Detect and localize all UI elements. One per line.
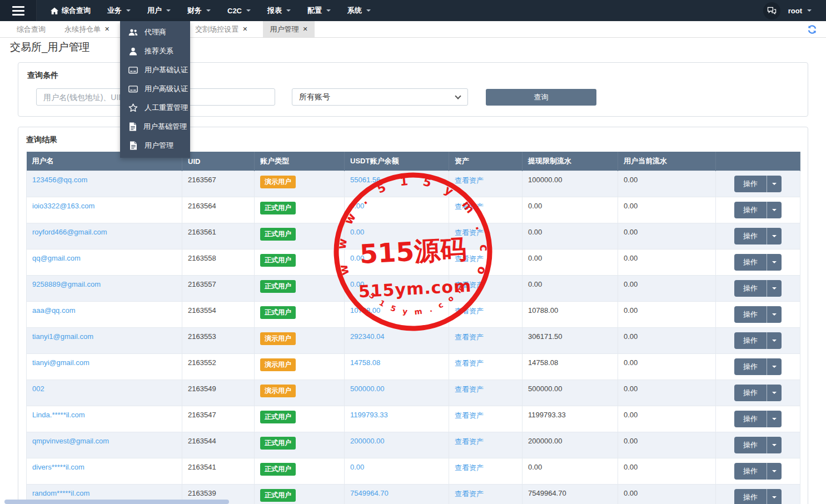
action-button[interactable]: 操作 [734,228,782,244]
cell-current-flow: 0.00 [618,328,716,354]
close-icon[interactable]: ✕ [105,26,110,33]
action-dropdown-toggle[interactable] [767,280,782,297]
view-assets-link[interactable]: 查看资产 [455,437,484,446]
view-assets-link[interactable]: 查看资产 [455,333,484,341]
menu-item-6[interactable]: 用户管理 [120,136,190,155]
username-link[interactable]: qmpvinvest@gmail.com [32,437,109,445]
usdt-balance-link[interactable]: 7549964.70 [350,489,389,497]
username-link[interactable]: aaa@qq.com [32,306,76,315]
caret-down-icon [772,444,777,446]
usdt-balance-link[interactable]: 292340.04 [350,332,384,341]
table-row: royford466@gmail.com2163561正式用户0.00查看资产0… [27,223,800,249]
nav-item-user[interactable]: 用户 [139,0,179,21]
view-assets-link[interactable]: 查看资产 [455,281,484,289]
menu-item-0[interactable]: 代理商 [120,23,190,42]
username-link[interactable]: 9258889@gmail.com [32,280,101,288]
tab-3[interactable]: 用户管理✕ [263,21,314,37]
refresh-icon[interactable] [807,24,817,34]
action-dropdown-toggle[interactable] [767,411,782,427]
close-icon[interactable]: ✕ [242,26,247,33]
view-assets-link[interactable]: 查看资产 [455,307,484,315]
usdt-balance-link[interactable]: 1199793.33 [350,411,388,419]
nav-item-c2c[interactable]: C2C [219,0,259,21]
action-dropdown-toggle[interactable] [767,228,782,244]
action-button[interactable]: 操作 [734,176,782,192]
view-assets-link[interactable]: 查看资产 [455,255,484,263]
view-assets-link[interactable]: 查看资产 [455,463,484,472]
action-dropdown-toggle[interactable] [767,437,782,453]
action-dropdown-toggle[interactable] [767,385,782,401]
nav-item-business[interactable]: 业务 [99,0,139,21]
nav-item-finance[interactable]: 财务 [179,0,219,21]
username-link[interactable]: ioio3322@163.com [32,202,94,210]
username-link[interactable]: qq@gmail.com [32,254,81,262]
horizontal-scrollbar-thumb[interactable] [4,500,229,504]
action-dropdown-toggle[interactable] [767,332,782,349]
action-button[interactable]: 操作 [734,411,782,427]
menu-item-3[interactable]: 用户高级认证 [120,79,190,98]
menu-item-2[interactable]: 用户基础认证 [120,61,190,79]
username-link[interactable]: tianyi1@gmail.com [32,332,93,341]
action-dropdown-toggle[interactable] [767,489,782,504]
action-button[interactable]: 操作 [734,385,782,401]
usdt-balance-link[interactable]: 200000.00 [350,437,384,445]
view-assets-link[interactable]: 查看资产 [455,385,484,393]
action-button[interactable]: 操作 [734,463,782,480]
menu-item-1[interactable]: 推荐关系 [120,42,190,61]
messages-button[interactable] [763,2,780,19]
username-link[interactable]: divers*****il.com [32,463,84,471]
usdt-balance-link[interactable]: 10788.00 [350,306,380,315]
search-button[interactable]: 查询 [486,89,596,106]
usdt-balance-link[interactable]: 0.00 [350,254,364,262]
nav-item-query[interactable]: 综合查询 [42,0,99,21]
menu-item-5[interactable]: 用户基础管理 [120,117,190,136]
tab-2[interactable]: 交割场控设置✕ [188,21,254,37]
action-dropdown-toggle[interactable] [767,176,782,192]
usdt-balance-link[interactable]: 55061.56 [350,176,380,184]
action-button[interactable]: 操作 [734,280,782,297]
nav-item-config[interactable]: 配置 [299,0,339,21]
user-menu-button[interactable]: root [788,7,812,15]
close-icon[interactable]: ✕ [302,26,307,33]
view-assets-link[interactable]: 查看资产 [455,176,484,184]
account-filter-select[interactable]: 所有账号 [292,88,468,106]
action-dropdown-toggle[interactable] [767,254,782,271]
current-flow-value: 0.00 [624,254,638,262]
username-link[interactable]: 123456@qq.com [32,176,87,184]
nav-item-system[interactable]: 系统 [339,0,379,21]
action-button[interactable]: 操作 [734,306,782,323]
action-dropdown-toggle[interactable] [767,358,782,375]
usdt-balance-link[interactable]: 14758.08 [350,358,380,367]
username-link[interactable]: 002 [32,385,44,393]
tab-0[interactable]: 综合查询 [10,21,52,37]
action-button[interactable]: 操作 [734,332,782,349]
action-button[interactable]: 操作 [734,437,782,453]
usdt-balance-link[interactable]: 0.00 [350,463,364,471]
usdt-balance-link[interactable]: 500000.00 [350,385,384,393]
username-link[interactable]: Linda.*****il.com [32,411,85,419]
action-dropdown-toggle[interactable] [767,202,782,218]
view-assets-link[interactable]: 查看资产 [455,490,484,498]
action-button[interactable]: 操作 [734,202,782,218]
usdt-balance-link[interactable]: 0.00 [350,280,364,288]
action-button[interactable]: 操作 [734,489,782,504]
nav-item-report[interactable]: 报表 [259,0,299,21]
sidebar-toggle-button[interactable] [0,0,37,21]
username-link[interactable]: tianyi@gmail.com [32,358,89,367]
menu-item-4[interactable]: 人工重置管理 [120,98,190,117]
action-dropdown-toggle[interactable] [767,463,782,480]
view-assets-link[interactable]: 查看资产 [455,202,484,211]
action-button[interactable]: 操作 [734,358,782,375]
view-assets-link[interactable]: 查看资产 [455,411,484,420]
view-assets-link[interactable]: 查看资产 [455,359,484,367]
tab-1[interactable]: 永续持仓单✕ [58,21,116,37]
withdraw-limit-flow-value: 14758.08 [528,358,558,367]
username-link[interactable]: random*****il.com [32,489,89,497]
usdt-balance-link[interactable]: 0.00 [350,228,364,236]
action-dropdown-toggle[interactable] [767,306,782,323]
username-link[interactable]: royford466@gmail.com [32,228,107,236]
view-assets-link[interactable]: 查看资产 [455,228,484,237]
action-button[interactable]: 操作 [734,254,782,271]
cell-uid: 2163541 [182,458,255,485]
usdt-balance-link[interactable]: 0.00 [350,202,364,210]
